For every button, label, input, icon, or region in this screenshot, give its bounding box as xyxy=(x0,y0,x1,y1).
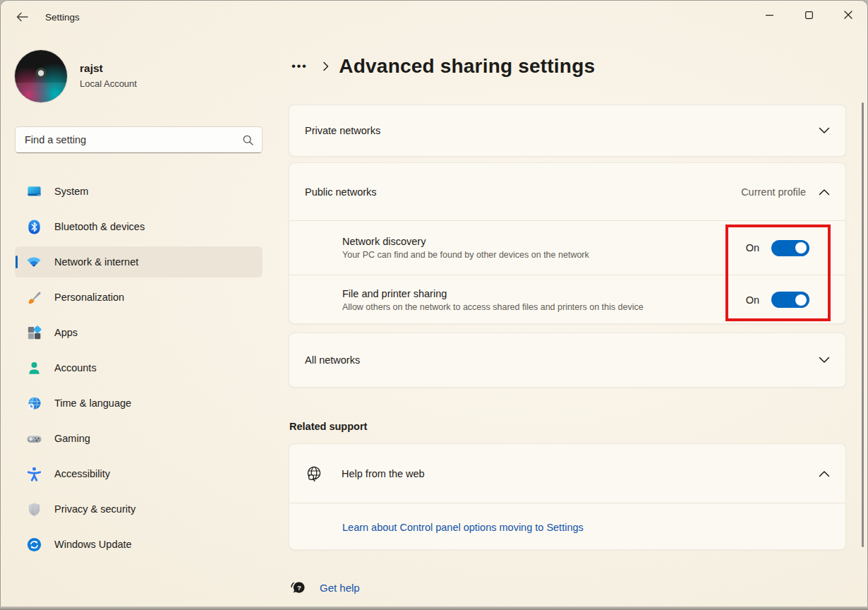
sidebar-item-label: Gaming xyxy=(54,433,90,444)
get-help-button[interactable]: ? Get help xyxy=(289,579,360,596)
sidebar-item-network-internet[interactable]: Network & internet xyxy=(15,246,263,277)
settings-window: Settings rajst Local Account xyxy=(0,0,868,610)
chevron-down-icon[interactable] xyxy=(819,357,830,364)
network-discovery-row: Network discovery Your PC can find and b… xyxy=(289,220,845,275)
sidebar-item-personalization[interactable]: Personalization xyxy=(15,282,263,313)
chevron-up-icon[interactable] xyxy=(819,470,830,477)
related-support-heading: Related support xyxy=(289,421,367,432)
close-button[interactable] xyxy=(828,0,868,30)
maximize-icon xyxy=(805,11,813,19)
setting-title: Network discovery xyxy=(342,236,746,247)
sidebar-item-gaming[interactable]: Gaming xyxy=(15,423,263,454)
window-controls xyxy=(749,0,868,34)
all-networks-label: All networks xyxy=(305,354,360,366)
search-icon[interactable] xyxy=(243,135,253,145)
paintbrush-icon xyxy=(25,289,42,306)
file-printer-sharing-toggle[interactable] xyxy=(771,292,809,308)
user-avatar[interactable] xyxy=(15,50,67,102)
toggle-knob xyxy=(795,294,807,306)
network-discovery-text: Network discovery Your PC can find and b… xyxy=(342,236,746,260)
setting-description: Allow others on the network to access sh… xyxy=(342,302,746,312)
page-title: Advanced sharing settings xyxy=(339,55,595,78)
globe-search-icon xyxy=(305,465,323,483)
chevron-down-icon[interactable] xyxy=(819,127,830,134)
control-panel-options-link[interactable]: Learn about Control panel options moving… xyxy=(342,522,584,533)
sidebar-item-accounts[interactable]: Accounts xyxy=(15,352,263,383)
svg-text:?: ? xyxy=(297,584,301,592)
globe-clock-icon xyxy=(25,395,42,412)
private-networks-label: Private networks xyxy=(305,125,380,136)
private-networks-card[interactable]: Private networks xyxy=(289,104,846,157)
help-card: Help from the web Learn about Control pa… xyxy=(289,443,846,550)
sidebar: rajst Local Account xyxy=(0,34,277,610)
sidebar-item-label: Accessibility xyxy=(54,468,110,479)
setting-title: File and printer sharing xyxy=(342,288,746,299)
shield-icon xyxy=(25,501,42,518)
search-box[interactable] xyxy=(15,126,263,153)
main-content: ••• Advanced sharing settings Private ne… xyxy=(289,34,846,610)
network-discovery-state-label: On xyxy=(746,242,759,253)
sidebar-item-label: Network & internet xyxy=(54,256,138,268)
setting-description: Your PC can find and be found by other d… xyxy=(342,250,746,260)
search-input[interactable] xyxy=(16,134,243,145)
sidebar-item-privacy-security[interactable]: Privacy & security xyxy=(15,494,263,525)
file-printer-sharing-state-label: On xyxy=(746,294,759,306)
sidebar-item-accessibility[interactable]: Accessibility xyxy=(15,458,263,489)
toggle-knob xyxy=(795,242,807,253)
apps-icon xyxy=(25,324,42,341)
accessibility-icon xyxy=(25,465,42,482)
breadcrumb-chevron-icon xyxy=(323,61,329,71)
back-arrow-icon xyxy=(16,12,28,22)
wifi-icon xyxy=(25,253,42,270)
sidebar-item-label: Accounts xyxy=(54,362,97,373)
all-networks-card[interactable]: All networks xyxy=(289,333,846,388)
help-link-row: Learn about Control panel options moving… xyxy=(289,503,845,551)
chevron-up-icon[interactable] xyxy=(819,189,830,196)
sidebar-item-label: Personalization xyxy=(54,292,124,303)
file-printer-sharing-row: File and printer sharing Allow others on… xyxy=(289,275,845,324)
sidebar-item-label: System xyxy=(54,186,88,197)
public-networks-card: Public networks Current profile Network … xyxy=(289,162,846,324)
sidebar-item-label: Windows Update xyxy=(54,539,132,550)
sidebar-item-apps[interactable]: Apps xyxy=(15,317,263,348)
get-help-label: Get help xyxy=(320,582,360,594)
sidebar-item-label: Time & language xyxy=(54,397,131,409)
minimize-icon xyxy=(766,11,773,19)
file-printer-sharing-text: File and printer sharing Allow others on… xyxy=(342,288,746,312)
sidebar-item-bluetooth-devices[interactable]: Bluetooth & devices xyxy=(15,211,263,242)
user-name: rajst xyxy=(80,62,103,75)
network-discovery-toggle[interactable] xyxy=(771,240,809,256)
sidebar-item-label: Apps xyxy=(54,327,78,338)
sidebar-item-label: Privacy & security xyxy=(54,503,135,515)
sidebar-item-time-language[interactable]: Time & language xyxy=(15,388,263,419)
person-icon xyxy=(25,359,42,376)
maximize-button[interactable] xyxy=(789,0,828,30)
minimize-button[interactable] xyxy=(749,0,789,30)
breadcrumb-ellipsis-button[interactable]: ••• xyxy=(289,58,310,75)
current-profile-label: Current profile xyxy=(741,186,806,198)
close-icon xyxy=(844,11,852,19)
get-help-icon: ? xyxy=(289,579,306,596)
gamepad-icon xyxy=(25,430,42,447)
window-bottom-edge xyxy=(0,606,868,610)
vertical-scrollbar[interactable] xyxy=(862,102,864,547)
update-icon xyxy=(25,536,42,553)
user-account-type: Local Account xyxy=(80,78,137,89)
back-button[interactable] xyxy=(11,6,32,28)
bluetooth-icon xyxy=(25,218,42,235)
public-networks-label: Public networks xyxy=(305,186,377,198)
help-from-web-header[interactable]: Help from the web xyxy=(289,444,845,503)
page-header: ••• Advanced sharing settings xyxy=(289,51,595,82)
sidebar-item-windows-update[interactable]: Windows Update xyxy=(15,529,263,560)
help-from-web-label: Help from the web xyxy=(342,468,425,479)
public-networks-header[interactable]: Public networks Current profile xyxy=(289,163,845,220)
window-title: Settings xyxy=(45,12,80,23)
sidebar-item-system[interactable]: System xyxy=(15,176,263,207)
sidebar-item-label: Bluetooth & devices xyxy=(54,221,145,232)
sidebar-nav: System Bluetooth & devices xyxy=(15,176,263,564)
titlebar: Settings xyxy=(0,0,868,34)
system-icon xyxy=(25,183,42,200)
